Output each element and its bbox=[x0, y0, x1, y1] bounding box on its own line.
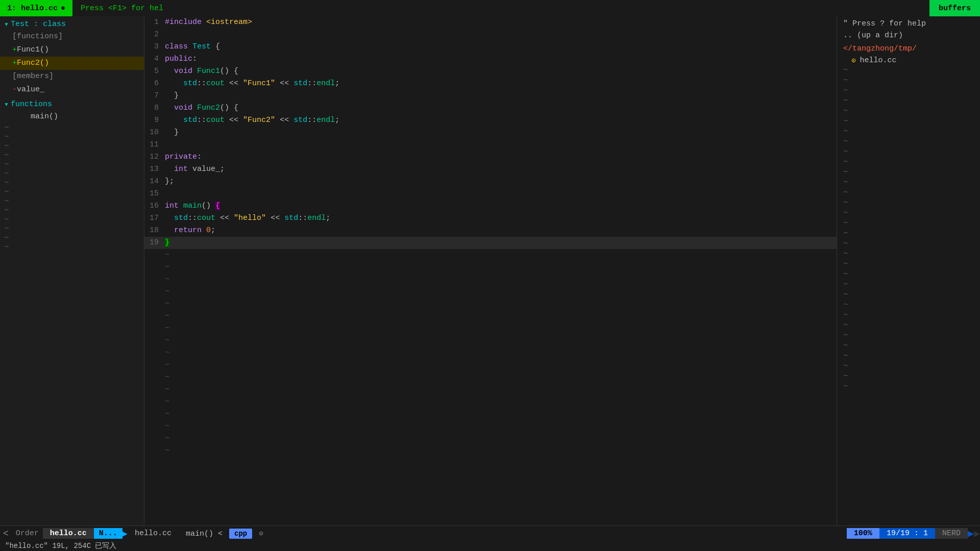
line-content-6: std::cout << "Func1" << std::endl; bbox=[165, 78, 837, 90]
top-bar: 1: hello.cc ● Press <F1> for hel buffers bbox=[0, 0, 980, 16]
path-label: </tangzhong/tmp/ bbox=[843, 44, 917, 53]
line-num-8: 8 bbox=[144, 102, 165, 114]
tilde-after-12: ~ bbox=[144, 384, 837, 396]
right-tilde-6: ~ bbox=[837, 116, 980, 127]
tilde-after-5: ~ bbox=[144, 298, 837, 310]
tilde-after-3: ~ bbox=[144, 273, 837, 286]
func1-prefix: + bbox=[12, 45, 17, 54]
tilde-after-15: ~ bbox=[144, 420, 837, 433]
right-panel-updir[interactable]: .. (up a dir) bbox=[837, 29, 980, 42]
help-text: Press <F1> for hel bbox=[72, 4, 163, 13]
func2-prefix: + bbox=[12, 59, 17, 67]
tilde-after-13: ~ bbox=[144, 396, 837, 408]
sidebar-main-func[interactable]: main() bbox=[0, 110, 144, 123]
right-tilde-12: ~ bbox=[837, 178, 980, 188]
status-n-label: N... bbox=[94, 528, 122, 539]
right-tilde-5: ~ bbox=[837, 106, 980, 116]
members-bracket: [members] bbox=[12, 72, 54, 81]
status-position: 19/19 : 1 bbox=[879, 528, 935, 539]
class-arrow: ▾ bbox=[4, 19, 9, 29]
status-lang: cpp bbox=[229, 529, 252, 539]
line-content-10: } bbox=[165, 127, 837, 139]
sidebar-tilde-4: ~ bbox=[0, 151, 144, 160]
active-tab[interactable]: 1: hello.cc ● bbox=[0, 0, 72, 16]
main-func-label: main() bbox=[18, 112, 58, 121]
right-tilde-18: ~ bbox=[837, 239, 980, 249]
code-line-2: 2 bbox=[144, 29, 837, 41]
right-tilde-1: ~ bbox=[837, 65, 980, 76]
line-num-16: 16 bbox=[144, 200, 165, 212]
right-tilde-20: ~ bbox=[837, 259, 980, 269]
right-panel-help: " Press ? for help bbox=[837, 18, 980, 29]
tilde-after-10: ~ bbox=[144, 359, 837, 371]
right-tilde-24: ~ bbox=[837, 300, 980, 310]
line-num-14: 14 bbox=[144, 176, 165, 188]
right-tilde-21: ~ bbox=[837, 269, 980, 280]
sidebar-tilde-7: ~ bbox=[0, 179, 144, 188]
line-content-3: class Test { bbox=[165, 41, 837, 53]
class-name: Test : class bbox=[11, 20, 66, 29]
code-line-17: 17 std::cout << "hello" << std::endl; bbox=[144, 212, 837, 224]
line-num-9: 9 bbox=[144, 114, 165, 127]
sidebar-functions-bracket[interactable]: [functions] bbox=[0, 30, 144, 43]
code-line-12: 12 private: bbox=[144, 151, 837, 163]
tilde-after-16: ~ bbox=[144, 433, 837, 445]
buffers-label: buffers bbox=[939, 4, 971, 13]
right-tilde-14: ~ bbox=[837, 198, 980, 208]
tilde-after-1: ~ bbox=[144, 249, 837, 261]
status-message-line: "hello.cc" 19L, 254C 已写入 bbox=[0, 541, 980, 551]
status-message: "hello.cc" 19L, 254C 已写入 bbox=[5, 541, 116, 550]
code-line-8: 8 void Func2() { bbox=[144, 102, 837, 114]
status-gear: ⊙ bbox=[259, 530, 263, 538]
status-end-arrow: ▶ bbox=[974, 527, 980, 540]
right-tilde-29: ~ bbox=[837, 351, 980, 361]
status-nerd-arrow: ▶ bbox=[968, 527, 974, 540]
sidebar-tilde-9: ~ bbox=[0, 197, 144, 206]
line-num-5: 5 bbox=[144, 65, 165, 78]
sidebar-tilde-3: ~ bbox=[0, 142, 144, 151]
code-line-10: 10 } bbox=[144, 127, 837, 139]
right-tilde-26: ~ bbox=[837, 320, 980, 331]
line-num-18: 18 bbox=[144, 224, 165, 237]
buffers-tab[interactable]: buffers bbox=[929, 0, 980, 16]
right-panel-path[interactable]: </tangzhong/tmp/ bbox=[837, 42, 980, 56]
line-content-4: public: bbox=[165, 53, 837, 65]
tilde-content-1: ~ bbox=[165, 249, 837, 261]
sidebar-members-bracket[interactable]: [members] bbox=[0, 70, 144, 83]
right-tilde-4: ~ bbox=[837, 96, 980, 106]
func2-name: Func2() bbox=[17, 59, 49, 67]
sidebar-functions-section[interactable]: ▾ functions bbox=[0, 96, 144, 110]
line-content-7: } bbox=[165, 90, 837, 102]
line-content-17: std::cout << "hello" << std::endl; bbox=[165, 212, 837, 224]
status-percent: 100% bbox=[847, 528, 879, 539]
tilde-after-4: ~ bbox=[144, 286, 837, 298]
line-content-16: int main() { bbox=[165, 200, 837, 212]
right-tilde-30: ~ bbox=[837, 361, 980, 371]
up-dir-label: .. (up a dir) bbox=[843, 31, 903, 40]
sidebar-func2[interactable]: +Func2() bbox=[0, 57, 144, 70]
status-filename2: hello.cc bbox=[128, 528, 179, 539]
tilde-after-7: ~ bbox=[144, 322, 837, 335]
right-tilde-3: ~ bbox=[837, 86, 980, 96]
right-file-item[interactable]: ⊙ hello.cc bbox=[837, 56, 980, 65]
line-content-9: std::cout << "Func2" << std::endl; bbox=[165, 114, 837, 127]
status-arrow-n: ▶ bbox=[121, 527, 128, 540]
sidebar-func1[interactable]: +Func1() bbox=[0, 43, 144, 57]
code-line-9: 9 std::cout << "Func2" << std::endl; bbox=[144, 114, 837, 127]
func1-name: Func1() bbox=[17, 45, 49, 54]
tilde-after-11: ~ bbox=[144, 371, 837, 384]
sidebar-value[interactable]: -value_ bbox=[0, 83, 144, 96]
right-tilde-31: ~ bbox=[837, 371, 980, 382]
value-prefix: - bbox=[12, 85, 17, 94]
line-num-6: 6 bbox=[144, 78, 165, 90]
functions-arrow: ▾ bbox=[4, 99, 9, 109]
sidebar-class-section[interactable]: ▾ Test : class bbox=[0, 18, 144, 30]
code-editor[interactable]: 1 #include <iostream> 2 3 class Test { 4… bbox=[144, 16, 837, 525]
code-line-7: 7 } bbox=[144, 90, 837, 102]
sidebar-tilde-8: ~ bbox=[0, 188, 144, 197]
line-num-10: 10 bbox=[144, 127, 165, 139]
code-line-13: 13 int value_; bbox=[144, 163, 837, 176]
sidebar-tilde-10: ~ bbox=[0, 206, 144, 215]
line-num-2: 2 bbox=[144, 29, 165, 41]
line-num-13: 13 bbox=[144, 163, 165, 176]
